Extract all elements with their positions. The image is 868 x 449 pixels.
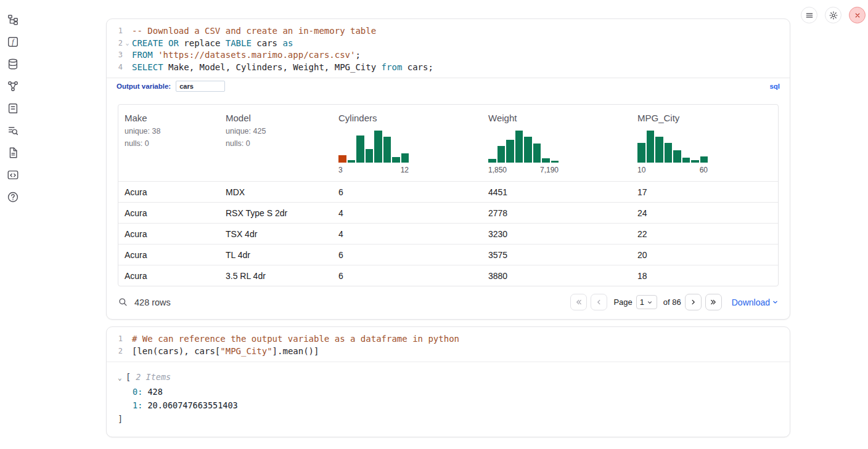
sql-code-editor[interactable]: 1-- Download a CSV and create an in-memo… [107, 19, 790, 78]
histogram-max-label: 60 [700, 166, 708, 175]
column-header-cylinders[interactable]: Cylinders312 [332, 105, 482, 181]
table-cell: 18 [631, 265, 778, 286]
histogram-bar [533, 144, 541, 163]
sidebar-item-help[interactable] [6, 190, 20, 204]
last-page-button[interactable] [705, 294, 722, 310]
tree-close-line: ] [118, 412, 790, 426]
sidebar-item-dependency-graph[interactable] [6, 79, 20, 94]
fold-chevron-icon [123, 62, 132, 74]
column-label: MPG_City [637, 112, 772, 124]
database-icon [7, 58, 19, 70]
table-row: Acura3.5 RL 4dr6388018 [118, 265, 778, 286]
code-box-icon [7, 169, 19, 181]
line-number: 3 [107, 49, 123, 62]
tree-key: 0: [133, 387, 142, 397]
histogram-max-label: 7,190 [540, 166, 559, 175]
histogram[interactable] [637, 131, 708, 163]
sidebar-item-data-sources[interactable] [6, 57, 20, 71]
histogram[interactable] [338, 131, 409, 163]
line-number: 1 [107, 333, 123, 346]
table-cell: 3880 [482, 265, 631, 286]
column-header-mpg_city[interactable]: MPG_City1060 [631, 105, 778, 181]
histogram-bar [691, 160, 699, 163]
histogram-max-label: 12 [401, 166, 409, 175]
sidebar-item-documentation[interactable] [6, 145, 20, 160]
python-code-editor[interactable]: 1# We can reference the output variable … [107, 327, 790, 362]
prev-page-button[interactable] [591, 294, 607, 310]
fold-chevron-icon[interactable]: ⌄ [123, 38, 132, 50]
column-header-weight[interactable]: Weight1,8507,190 [482, 105, 631, 181]
row-count: 428 rows [134, 297, 171, 307]
sidebar-item-file-explorer[interactable] [6, 12, 20, 27]
sidebar-item-snippets[interactable] [6, 168, 20, 182]
table-search-button[interactable] [118, 297, 128, 307]
histogram-bar [506, 140, 514, 163]
table-cell: 6 [332, 182, 482, 202]
code-token [153, 50, 158, 60]
python-cell: 1# We can reference the output variable … [106, 326, 790, 437]
close-icon [853, 10, 862, 20]
table-cell: Acura [118, 245, 219, 265]
histogram-bar [655, 137, 663, 163]
code-token: as [282, 38, 293, 48]
code-text: CREATE OR replace TABLE cars as [132, 38, 293, 50]
table-cell: 4 [332, 224, 482, 244]
gear-icon [829, 10, 838, 20]
collapse-toggle-icon[interactable]: ⌄ [118, 371, 126, 385]
sidebar-item-variables[interactable]: f [6, 34, 20, 49]
svg-text:f: f [12, 38, 15, 46]
close-bracket: ] [118, 414, 123, 424]
code-line[interactable]: 2[len(cars), cars["MPG_City"].mean()] [107, 346, 790, 358]
settings-button[interactable] [825, 7, 841, 23]
table-cell: Acura [118, 265, 219, 286]
file-text-icon [7, 147, 19, 159]
code-line[interactable]: 2⌄CREATE OR replace TABLE cars as [107, 38, 790, 50]
first-page-button[interactable] [570, 294, 587, 310]
code-token [163, 38, 168, 48]
notebook-menu-button[interactable] [801, 7, 817, 23]
histogram-min-label: 3 [338, 166, 343, 175]
code-text: FROM 'https://datasets.marimo.app/cars.c… [132, 49, 361, 62]
code-line[interactable]: 1# We can reference the output variable … [107, 333, 790, 346]
code-token: from [382, 62, 403, 72]
topbar-actions [801, 7, 866, 23]
code-token: ].mean()] [272, 346, 319, 356]
marimo-notebook: f 1-- Download a CSV and create an in-me… [0, 0, 868, 449]
fold-chevron-icon [123, 49, 132, 62]
column-stat: unique: 425 [226, 126, 326, 137]
histogram-bar [673, 150, 681, 163]
table-cell: 3575 [482, 245, 631, 265]
shutdown-button[interactable] [849, 7, 866, 23]
histogram[interactable] [488, 131, 559, 163]
items-count: 2 Items [136, 372, 171, 382]
column-label: Weight [488, 112, 625, 124]
download-button[interactable]: Download [732, 297, 779, 307]
code-token: FROM [132, 50, 153, 60]
graph-icon [7, 80, 19, 92]
column-header-model[interactable]: Modelunique: 425nulls: 0 [219, 105, 332, 181]
sidebar-item-outline[interactable] [6, 101, 20, 116]
sidebar-item-logs[interactable] [6, 123, 20, 138]
table-cell: 6 [332, 245, 482, 265]
histogram-bar [515, 131, 523, 163]
chevron-right-icon [689, 297, 698, 307]
histogram-bar [551, 161, 559, 163]
table-cell: 6 [332, 265, 482, 286]
code-token: TABLE [226, 38, 252, 48]
code-line[interactable]: 1-- Download a CSV and create an in-memo… [107, 25, 790, 38]
next-page-button[interactable] [685, 294, 702, 310]
code-text: [len(cars), cars["MPG_City"].mean()] [132, 346, 319, 358]
language-badge: sql [769, 83, 780, 90]
tree-entry: 0: 428 [133, 385, 790, 398]
column-stat: nulls: 0 [226, 139, 326, 149]
column-header-make[interactable]: Makeunique: 38nulls: 0 [118, 105, 219, 181]
table-cell: 17 [631, 182, 778, 202]
output-variable-input[interactable] [176, 81, 225, 92]
code-token: 'https://datasets.marimo.app/cars.csv' [158, 50, 355, 60]
code-line[interactable]: 4SELECT Make, Model, Cylinders, Weight, … [107, 62, 790, 74]
column-label: Model [226, 112, 326, 124]
code-token: replace [179, 38, 226, 48]
code-line[interactable]: 3FROM 'https://datasets.marimo.app/cars.… [107, 49, 790, 62]
histogram-bar [392, 157, 400, 163]
page-select[interactable]: 1 [636, 295, 657, 309]
